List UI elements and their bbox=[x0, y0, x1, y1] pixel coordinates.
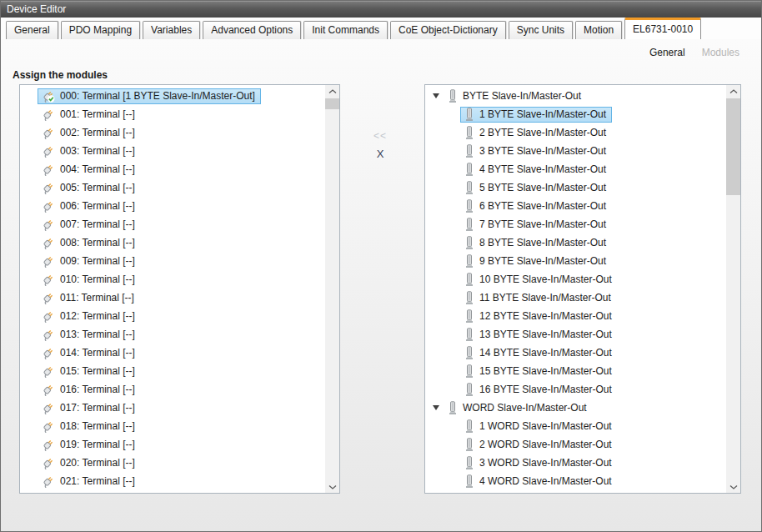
terminal-list-item[interactable]: 017: Terminal [--] bbox=[20, 399, 325, 417]
module-tree-item[interactable]: WORD Slave-In/Master-Out bbox=[425, 399, 726, 417]
tab-coe-object-dictionary[interactable]: CoE Object-Dictionary bbox=[390, 21, 506, 39]
tab-motion[interactable]: Motion bbox=[575, 21, 622, 39]
device-editor-window: Device Editor General PDO Mapping Variab… bbox=[0, 0, 762, 532]
module-tree-item[interactable]: 3 WORD Slave-In/Master-Out bbox=[425, 454, 726, 472]
vertical-scrollbar[interactable] bbox=[325, 85, 339, 493]
terminal-list-item[interactable]: 012: Terminal [--] bbox=[20, 307, 325, 325]
terminal-list-item[interactable]: 019: Terminal [--] bbox=[20, 435, 325, 454]
module-icon bbox=[464, 438, 474, 451]
assign-modules-label: Assign the modules bbox=[13, 69, 108, 81]
terminal-list-item[interactable]: 000: Terminal [1 BYTE Slave-In/Master-Ou… bbox=[20, 87, 325, 105]
module-tree-item[interactable]: 5 BYTE Slave-In/Master-Out bbox=[425, 178, 726, 197]
module-icon bbox=[464, 199, 474, 213]
scroll-up-arrow-icon[interactable] bbox=[726, 85, 740, 98]
terminal-list-item[interactable]: 002: Terminal [--] bbox=[20, 123, 325, 142]
plug-icon bbox=[42, 401, 55, 414]
module-tree: BYTE Slave-In/Master-Out bbox=[425, 85, 726, 493]
scrollbar-thumb[interactable] bbox=[726, 98, 740, 195]
terminal-list-item[interactable]: 016: Terminal [--] bbox=[20, 380, 325, 399]
subnav-link-general[interactable]: General bbox=[649, 47, 685, 58]
module-tree-item[interactable]: 9 BYTE Slave-In/Master-Out bbox=[425, 252, 726, 270]
terminal-list-item[interactable]: 009: Terminal [--] bbox=[20, 252, 325, 270]
scroll-up-arrow-icon[interactable] bbox=[325, 85, 339, 98]
module-tree-item[interactable]: 2 WORD Slave-In/Master-Out bbox=[425, 435, 726, 454]
tab-init-commands[interactable]: Init Commands bbox=[303, 21, 388, 39]
plug-icon bbox=[42, 199, 55, 213]
sub-navigation: General Modules bbox=[649, 47, 739, 58]
module-tree-item[interactable]: 8 BYTE Slave-In/Master-Out bbox=[425, 233, 726, 252]
tab-pdo-mapping[interactable]: PDO Mapping bbox=[61, 21, 140, 39]
terminal-list-item[interactable]: 020: Terminal [--] bbox=[20, 454, 325, 472]
scroll-down-arrow-icon[interactable] bbox=[726, 480, 740, 493]
module-icon bbox=[464, 273, 474, 286]
module-tree-item[interactable]: 14 BYTE Slave-In/Master-Out bbox=[425, 344, 726, 362]
tab-general[interactable]: General bbox=[6, 21, 58, 39]
module-tree-item[interactable]: 13 BYTE Slave-In/Master-Out bbox=[425, 325, 726, 344]
terminal-listbox: 000: Terminal [1 BYTE Slave-In/Master-Ou… bbox=[19, 84, 340, 494]
remove-assignment-button[interactable]: X bbox=[365, 148, 395, 161]
terminal-list-item[interactable]: 018: Terminal [--] bbox=[20, 417, 325, 435]
vertical-scrollbar[interactable] bbox=[726, 85, 740, 493]
terminal-list-item[interactable]: 003: Terminal [--] bbox=[20, 142, 325, 160]
plug-icon bbox=[42, 273, 55, 286]
terminal-list-item[interactable]: 011: Terminal [--] bbox=[20, 289, 325, 307]
terminal-list-item[interactable]: 005: Terminal [--] bbox=[20, 178, 325, 197]
plug-icon bbox=[42, 254, 55, 268]
module-icon bbox=[464, 126, 474, 139]
tab-content: General Modules Assign the modules bbox=[1, 39, 761, 532]
module-tree-item[interactable]: 11 BYTE Slave-In/Master-Out bbox=[425, 289, 726, 307]
tab-sync-units[interactable]: Sync Units bbox=[509, 21, 573, 39]
module-tree-item[interactable]: 2 BYTE Slave-In/Master-Out bbox=[425, 123, 726, 142]
terminal-list-item[interactable]: 021: Terminal [--] bbox=[20, 472, 325, 490]
terminal-list-item[interactable]: 001: Terminal [--] bbox=[20, 105, 325, 123]
terminal-list-item[interactable]: 015: Terminal [--] bbox=[20, 362, 325, 380]
module-tree-item[interactable]: 3 BYTE Slave-In/Master-Out bbox=[425, 142, 726, 160]
expander-down-icon[interactable] bbox=[433, 93, 439, 98]
module-tree-item[interactable]: 7 BYTE Slave-In/Master-Out bbox=[425, 215, 726, 233]
plug-icon bbox=[42, 419, 55, 433]
module-tree-item[interactable]: 4 BYTE Slave-In/Master-Out bbox=[425, 160, 726, 178]
tab-advanced-options[interactable]: Advanced Options bbox=[203, 21, 301, 39]
module-tree-item[interactable]: 4 WORD Slave-In/Master-Out bbox=[425, 472, 726, 490]
plug-icon bbox=[42, 218, 55, 231]
module-tree-item[interactable]: 6 BYTE Slave-In/Master-Out bbox=[425, 197, 726, 215]
terminal-list: 000: Terminal [1 BYTE Slave-In/Master-Ou… bbox=[20, 85, 325, 493]
module-tree-item[interactable]: 1 WORD Slave-In/Master-Out bbox=[425, 417, 726, 435]
terminal-list-item[interactable]: 007: Terminal [--] bbox=[20, 215, 325, 233]
plug-icon bbox=[42, 181, 55, 194]
module-tree-item[interactable]: BYTE Slave-In/Master-Out bbox=[425, 87, 726, 105]
terminal-list-item[interactable]: 014: Terminal [--] bbox=[20, 344, 325, 362]
terminal-list-item[interactable]: 013: Terminal [--] bbox=[20, 325, 325, 344]
module-icon bbox=[464, 419, 474, 433]
tab-bar: General PDO Mapping Variables Advanced O… bbox=[1, 18, 761, 39]
terminal-list-item[interactable]: 006: Terminal [--] bbox=[20, 197, 325, 215]
tab-el6731-0010[interactable]: EL6731-0010 bbox=[624, 18, 701, 39]
terminal-list-item[interactable]: 008: Terminal [--] bbox=[20, 233, 325, 252]
scroll-down-arrow-icon[interactable] bbox=[325, 480, 339, 493]
assign-left-button[interactable]: << bbox=[365, 129, 395, 143]
plug-icon bbox=[42, 163, 55, 176]
plug-icon bbox=[42, 108, 55, 121]
window-title: Device Editor bbox=[7, 3, 66, 15]
module-tree-item[interactable]: 15 BYTE Slave-In/Master-Out bbox=[425, 362, 726, 380]
module-tree-item[interactable]: 16 BYTE Slave-In/Master-Out bbox=[425, 380, 726, 399]
module-icon bbox=[464, 346, 474, 359]
plug-icon bbox=[42, 456, 55, 469]
module-icon bbox=[464, 474, 474, 488]
plug-icon bbox=[42, 126, 55, 139]
module-tree-box: BYTE Slave-In/Master-Out bbox=[424, 84, 741, 494]
scrollbar-thumb[interactable] bbox=[325, 98, 339, 109]
subnav-link-modules[interactable]: Modules bbox=[702, 47, 739, 58]
module-tree-item[interactable]: 1 BYTE Slave-In/Master-Out bbox=[425, 105, 726, 123]
module-icon bbox=[464, 328, 474, 341]
plug-icon bbox=[42, 346, 55, 359]
expander-down-icon[interactable] bbox=[433, 405, 439, 410]
module-icon bbox=[448, 89, 458, 103]
module-icon bbox=[464, 291, 474, 304]
terminal-list-item[interactable]: 010: Terminal [--] bbox=[20, 270, 325, 289]
module-tree-item[interactable]: 10 BYTE Slave-In/Master-Out bbox=[425, 270, 726, 289]
tab-variables[interactable]: Variables bbox=[143, 21, 200, 39]
module-tree-item[interactable]: 5 WORD Slave-In/Master-Out bbox=[425, 490, 726, 493]
module-tree-item[interactable]: 12 BYTE Slave-In/Master-Out bbox=[425, 307, 726, 325]
terminal-list-item[interactable]: 004: Terminal [--] bbox=[20, 160, 325, 178]
